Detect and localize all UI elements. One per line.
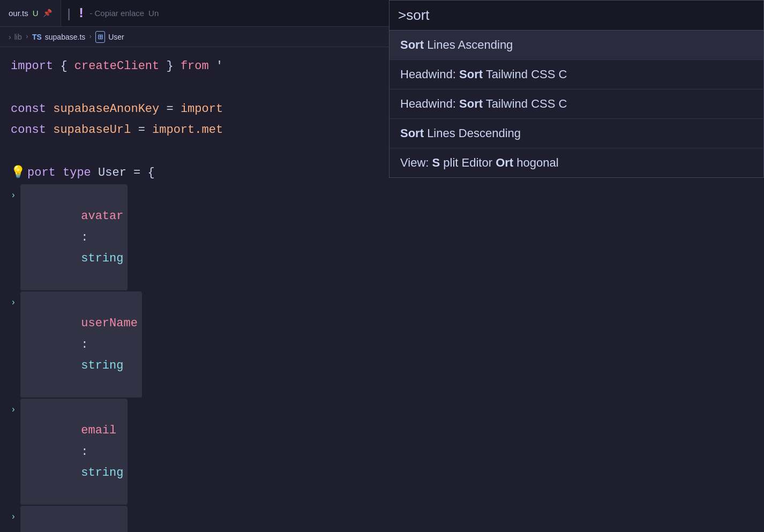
result-hogonal: hogonal	[516, 156, 558, 169]
arrow-icon-8: ›	[11, 295, 16, 311]
result-headwind-label-2: Headwind:	[400, 97, 459, 110]
result-normal-2: Tailwind CSS C	[486, 68, 567, 81]
breadcrumb-chevron-3: ›	[88, 33, 92, 41]
breadcrumb-chevron-2: ›	[25, 33, 29, 41]
keyword-import: import	[11, 56, 53, 77]
tab-separator: |	[61, 6, 77, 21]
command-palette[interactable]: Sort Lines Ascending Headwind: Sort Tail…	[389, 0, 764, 178]
editor-tab[interactable]: our.ts U 📌	[0, 0, 61, 26]
breadcrumb-user-class: User	[108, 33, 124, 41]
arrow-icon-9: ›	[11, 402, 16, 418]
breadcrumb-ts-badge: TS	[32, 33, 42, 41]
result-bold-1: Sort	[400, 38, 424, 51]
arrow-icon-10: ›	[11, 509, 16, 525]
result-plit: plit Editor	[443, 156, 496, 169]
code-line-8: › userName : string	[11, 291, 764, 398]
tab-filename: our.ts	[9, 9, 28, 18]
result-normal-3: Tailwind CSS C	[486, 97, 567, 110]
result-s-bold: S	[432, 156, 440, 169]
breadcrumb-filename: supabase.ts	[45, 33, 86, 41]
command-result-sort-ascending[interactable]: Sort Lines Ascending	[390, 31, 763, 60]
result-ort-bold: Ort	[496, 156, 513, 169]
result-normal-4: Lines Descending	[427, 126, 521, 140]
breadcrumb-chevron-1: ›	[9, 33, 11, 41]
command-input-area	[390, 1, 763, 31]
result-normal-1: Lines Ascending	[427, 38, 513, 51]
copy-link-label: - Copiar enlace	[85, 9, 144, 18]
breadcrumb-module-icon: ⊞	[95, 31, 105, 43]
tab-action-icon: !	[77, 5, 86, 21]
breadcrumb-lib: lib	[14, 33, 22, 41]
untracked-label: Un	[144, 9, 159, 18]
command-result-headwind-2[interactable]: Headwind: Sort Tailwind CSS C	[390, 89, 763, 119]
result-view-label: View:	[400, 156, 432, 169]
pin-icon: 📌	[43, 9, 52, 18]
result-bold-3: Sort	[459, 97, 483, 110]
tab-modified-indicator: U	[33, 9, 39, 18]
result-headwind-label-1: Headwind:	[400, 68, 459, 81]
command-result-headwind-1[interactable]: Headwind: Sort Tailwind CSS C	[390, 60, 763, 89]
result-bold-4: Sort	[400, 126, 424, 140]
command-results-list: Sort Lines Ascending Headwind: Sort Tail…	[390, 31, 763, 177]
arrow-icon-7: ›	[11, 188, 16, 204]
result-bold-2: Sort	[459, 68, 483, 81]
code-line-9: › email : string	[11, 399, 764, 505]
command-result-sort-descending[interactable]: Sort Lines Descending	[390, 119, 763, 148]
code-line-10: › name : string	[11, 506, 764, 532]
code-line-7: › avatar : string	[11, 184, 764, 290]
command-input-field[interactable]	[398, 7, 755, 24]
command-result-split-editor[interactable]: View: S plit Editor Ort hogonal	[390, 148, 763, 177]
lightbulb-icon: 💡	[11, 162, 25, 184]
